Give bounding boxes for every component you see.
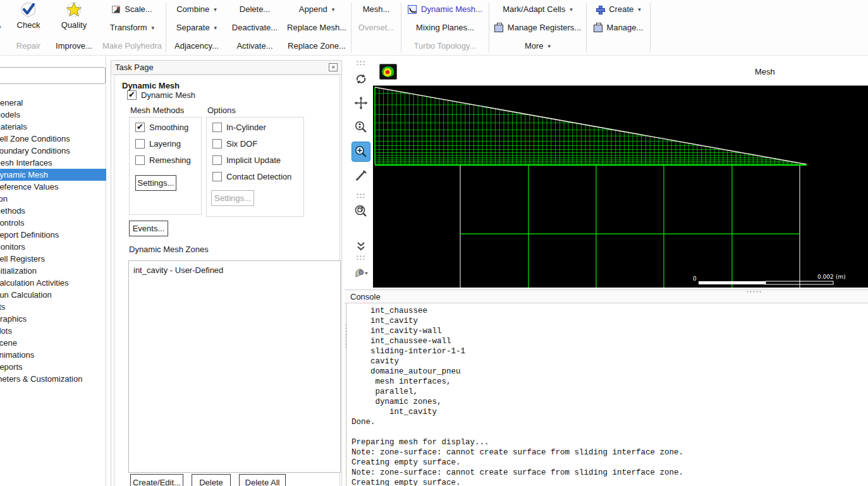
checkbox[interactable]	[127, 90, 137, 100]
chevron-down-icon[interactable]: ▾	[0, 24, 1, 30]
expand-more-tools-button[interactable]	[351, 237, 370, 256]
delete-all-button[interactable]: Delete All	[239, 474, 286, 486]
close-icon[interactable]: ✕	[329, 63, 338, 71]
mesh-method-checkbox-row[interactable]: Layering	[135, 139, 191, 149]
console-output[interactable]: int_chaussee int_cavity int_cavity-wall …	[346, 303, 868, 486]
create-edit-button[interactable]: Create/Edit...	[130, 474, 183, 486]
option-checkbox-row[interactable]: In-Cylinder	[212, 123, 291, 132]
dynamic-mesh-checkbox-row[interactable]: Dynamic Mesh	[127, 90, 195, 100]
checkbox[interactable]	[212, 155, 222, 165]
transform-button[interactable]: Transform▾	[99, 18, 166, 37]
tree-item[interactable]: Report Definitions	[0, 229, 106, 241]
append-button[interactable]: Append▾	[283, 0, 351, 18]
toolbar-grip[interactable]	[356, 60, 366, 65]
toolbar-grip[interactable]	[356, 255, 366, 260]
chevron-down-icon[interactable]: ▾	[638, 6, 641, 13]
tree-item[interactable]: Reference Values	[0, 181, 106, 193]
mark-adapt-cells-button[interactable]: Mark/Adapt Cells▾	[489, 0, 586, 18]
mesh-interfaces-button[interactable]: Mesh...	[351, 0, 401, 18]
dynamic-mesh-zones-list[interactable]: int_cavity - User-Defined	[128, 260, 341, 473]
chevron-down-icon[interactable]: ▾	[332, 6, 335, 13]
manage-registers-button[interactable]: Manage Registers...	[489, 18, 586, 37]
tree-item[interactable]: Materials	[0, 121, 106, 133]
replace-mesh-button[interactable]: Replace Mesh...	[283, 18, 351, 37]
quality-button[interactable]: Quality	[49, 0, 99, 37]
checkbox[interactable]	[135, 123, 145, 132]
delete-button[interactable]: Delete...	[227, 0, 283, 18]
repair-button[interactable]: Repair	[8, 37, 49, 54]
console-titlebar[interactable]: Console	[345, 289, 868, 303]
tree-item[interactable]: Setup	[0, 85, 106, 97]
create-surface-button[interactable]: Create▾	[587, 0, 650, 18]
chevron-down-icon[interactable]: ▾	[570, 6, 573, 13]
mesh-canvas[interactable]: 00.002 (m)	[373, 86, 868, 288]
check-button[interactable]: Check	[8, 0, 49, 37]
tree-item[interactable]: Cell Registers	[0, 253, 106, 265]
manage-surface-button[interactable]: Manage...	[587, 18, 650, 37]
tree-item[interactable]: Graphics	[0, 313, 106, 325]
tree-item[interactable]: Animations	[0, 349, 106, 361]
improve-button[interactable]: Improve...	[49, 37, 99, 54]
checkbox[interactable]	[212, 172, 222, 181]
tree-item[interactable]: Dynamic Mesh	[0, 169, 106, 181]
zoom-in-out-button[interactable]	[351, 118, 370, 137]
outline-sidebar: Setup General Models Materials Cell Zone…	[0, 56, 106, 486]
tree-item[interactable]: Solution	[0, 193, 106, 205]
tree-item[interactable]: Models	[0, 109, 106, 121]
tree-item[interactable]: Run Calculation	[0, 289, 106, 301]
checkbox[interactable]	[212, 139, 222, 149]
option-checkbox-row[interactable]: Implicit Update	[212, 155, 291, 165]
tree-item[interactable]: Initialization	[0, 265, 106, 277]
checkbox[interactable]	[212, 123, 222, 132]
deactivate-button[interactable]: Deactivate...	[227, 18, 283, 37]
ribbon-group-divider	[650, 3, 651, 52]
tree-item[interactable]: Boundary Conditions	[0, 145, 106, 157]
smoothing-settings-button[interactable]: Settings...	[135, 175, 176, 191]
tree-item[interactable]: Methods	[0, 205, 106, 217]
chevron-down-icon[interactable]: ▾	[214, 25, 217, 31]
checkbox[interactable]	[135, 155, 145, 165]
tree-item[interactable]: Controls	[0, 217, 106, 229]
checkbox[interactable]	[135, 139, 145, 149]
console-side-grip[interactable]	[345, 324, 348, 349]
tree-item[interactable]: Results	[0, 301, 106, 313]
fit-to-window-button[interactable]	[351, 202, 370, 221]
console-sash-grip[interactable]	[746, 290, 762, 294]
dynamic-mesh-button[interactable]: Dynamic Mesh...	[401, 0, 489, 18]
combine-button[interactable]: Combine▾	[166, 0, 227, 18]
activate-button[interactable]: Activate...	[227, 37, 283, 55]
separate-button[interactable]: Separate▾	[166, 18, 227, 37]
tree-item[interactable]: Parameters & Customization	[0, 373, 106, 385]
tree-item[interactable]: Calculation Activities	[0, 277, 106, 289]
tree-item[interactable]: Mesh Interfaces	[0, 157, 106, 169]
mesh-method-checkbox-row[interactable]: Remeshing	[135, 155, 191, 165]
toolbar-grip[interactable]	[356, 193, 366, 198]
mixing-planes-button[interactable]: Mixing Planes...	[401, 18, 489, 37]
tree-item[interactable]: Cell Zone Conditions	[0, 133, 106, 145]
pan-button[interactable]	[351, 94, 370, 112]
events-button[interactable]: Events...	[129, 221, 168, 236]
scale-button[interactable]: Scale...	[99, 0, 166, 18]
chevron-down-icon[interactable]: ▾	[152, 25, 155, 31]
chevron-down-icon[interactable]: ▾	[214, 6, 217, 13]
zoom-to-area-button[interactable]	[351, 142, 370, 162]
view-options-button[interactable]	[351, 264, 370, 282]
tree-item[interactable]: Plots	[0, 325, 106, 337]
probe-button[interactable]	[351, 166, 370, 185]
delete-button[interactable]: Delete	[192, 474, 231, 486]
zone-list-item[interactable]: int_cavity - User-Defined	[129, 261, 340, 275]
replace-zone-button[interactable]: Replace Zone...	[283, 37, 351, 55]
tree-item[interactable]: Reports	[0, 361, 106, 373]
tree-item[interactable]: Monitors	[0, 241, 106, 253]
mesh-method-checkbox-row[interactable]: Smoothing	[135, 123, 191, 132]
more-button[interactable]: More▾	[489, 37, 586, 55]
tree-item[interactable]: General	[0, 97, 106, 109]
option-checkbox-row[interactable]: Contact Detection	[212, 172, 291, 181]
tree-filter-input[interactable]	[0, 67, 106, 84]
chevron-down-icon[interactable]: ▾	[548, 43, 551, 49]
option-checkbox-row[interactable]: Six DOF	[212, 139, 291, 149]
tree-item[interactable]: Scene	[0, 337, 106, 349]
adjacency-button[interactable]: Adjacency...	[166, 37, 227, 55]
graphics-window[interactable]: Mesh 00.002 (m)	[373, 60, 868, 289]
rotate-view-button[interactable]	[351, 70, 370, 88]
